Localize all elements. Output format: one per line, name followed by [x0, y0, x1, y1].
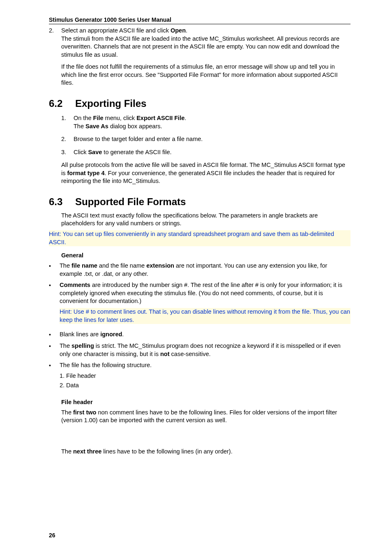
text: Click — [74, 149, 88, 155]
section-heading-6-3: 6.3 Supported File Formats — [49, 196, 350, 208]
bullet-item: • The file name and the file name extens… — [61, 262, 350, 278]
text: The — [61, 409, 73, 416]
manual-header: Stimulus Generator 1000 Series User Manu… — [49, 16, 350, 24]
section-number: 6.2 — [49, 98, 68, 109]
subheading-file-header: File header — [61, 399, 350, 405]
bold-spelling: spelling — [71, 342, 94, 349]
bullet-icon: • — [49, 281, 53, 327]
list-item: 3. Click Save to generate the ASCII file… — [61, 148, 350, 157]
hint-box: Hint: You can set up files conveniently … — [49, 230, 350, 246]
text: lines have to be the following lines (in… — [101, 448, 232, 455]
bold-next-three: next three — [73, 448, 101, 455]
open-bold: Open — [171, 27, 186, 34]
bullet-icon: • — [49, 342, 53, 358]
bullet-icon: • — [49, 331, 53, 339]
text: dialog box appears. — [108, 123, 162, 130]
text: non comment lines have to be the followi… — [61, 409, 337, 424]
text: . — [184, 115, 186, 121]
text: The — [60, 342, 71, 349]
bold-saveas: Save As — [85, 123, 108, 130]
text: to generate the ASCII file. — [102, 149, 171, 155]
section-number: 6.3 — [49, 196, 68, 208]
bullet-item: • The spelling is strict. The MC_Stimulu… — [61, 342, 350, 358]
section-title: Supported File Formats — [75, 196, 186, 208]
bullet-icon: • — [49, 361, 53, 390]
text: 1. File header — [60, 372, 152, 380]
bold-file-name: file name — [71, 262, 97, 269]
list-item-step2: 2. Select an appropriate ASCII file and … — [49, 27, 350, 87]
bold-file: File — [93, 115, 104, 121]
text: menu, click — [104, 115, 137, 121]
text: The — [60, 262, 71, 269]
text: . — [122, 331, 124, 338]
text: The ASCII text must exactly follow the s… — [61, 212, 350, 228]
bold-comments: Comments — [60, 282, 90, 288]
text: case-sensitive. — [170, 351, 211, 357]
subheading-general: General — [61, 252, 350, 259]
text: 2. Data — [60, 382, 152, 390]
bullet-item: • Comments are introduced by the number … — [61, 281, 350, 327]
page-number: 26 — [49, 532, 55, 539]
hint-box: Hint: Use # to comment lines out. That i… — [60, 308, 350, 324]
text: The — [61, 448, 73, 455]
step-number: 3. — [61, 148, 69, 157]
bold-export: Export ASCII File — [136, 115, 184, 121]
text: If the file does not fulfill the require… — [61, 63, 350, 87]
text: Browse to the target folder and enter a … — [74, 135, 203, 143]
bold-extension: extension — [146, 262, 174, 269]
bold-not: not — [160, 351, 170, 357]
bold-first-two: first two — [73, 409, 96, 416]
bold-ignored: ignored — [100, 331, 122, 338]
bold-save: Save — [88, 149, 102, 155]
text: The — [74, 123, 85, 130]
text: Blank lines are — [60, 331, 100, 338]
text: and the file name — [97, 262, 146, 269]
section-heading-6-2: 6.2 Exporting Files — [49, 98, 350, 109]
bullet-icon: • — [49, 262, 53, 278]
text: The stimuli from the ASCII file are load… — [61, 35, 350, 59]
text: Select an appropriate ASCII file and cli… — [61, 27, 171, 34]
bullet-item: • Blank lines are ignored. — [61, 331, 350, 339]
step-number: 2. — [49, 27, 57, 87]
step-number: 2. — [61, 135, 69, 143]
text: . — [186, 27, 187, 34]
text: are introduced by the number sign #. The… — [60, 282, 342, 304]
list-item: 2. Browse to the target folder and enter… — [61, 135, 350, 143]
bold-format-type-4: format type 4 — [67, 170, 105, 176]
bullet-item: • The file has the following structure. … — [61, 361, 350, 390]
section-title: Exporting Files — [75, 98, 146, 109]
step-number: 1. — [61, 114, 69, 130]
list-item: 1. On the File menu, click Export ASCII … — [61, 114, 350, 130]
text: The file has the following structure. — [60, 362, 152, 368]
text: On the — [74, 115, 93, 121]
